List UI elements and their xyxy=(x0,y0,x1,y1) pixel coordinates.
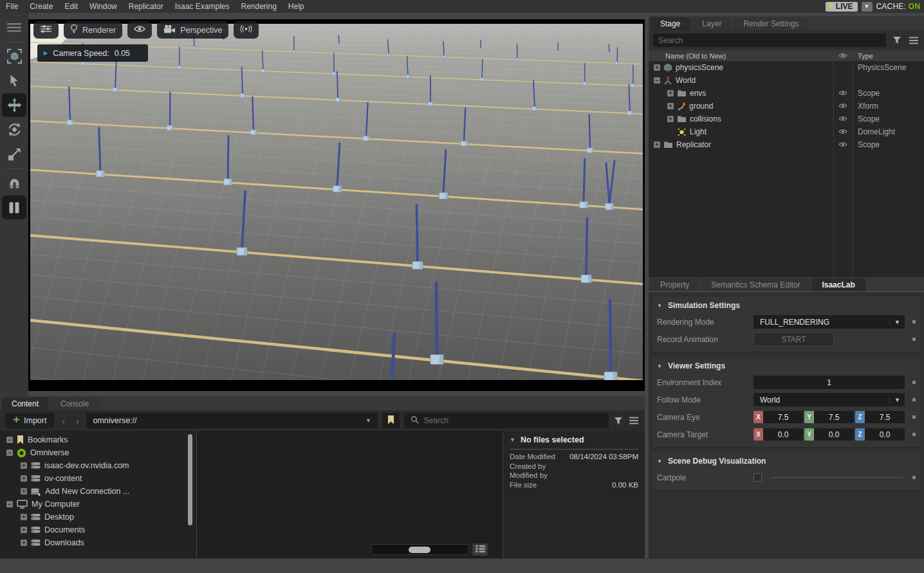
viewport[interactable]: Renderer Perspective ▶ Camera Speed: 0.0… xyxy=(28,19,645,391)
menu-create[interactable]: Create xyxy=(24,0,59,13)
default-value-indicator[interactable] xyxy=(912,433,916,436)
rendering-mode-dropdown[interactable]: FULL_RENDERING ▼ xyxy=(753,315,905,329)
menu-edit[interactable]: Edit xyxy=(59,0,84,13)
tree-item-add-new-connection[interactable]: +Add New Connection ... xyxy=(0,485,196,498)
collapse-icon[interactable]: − xyxy=(6,501,13,507)
camera-target-z-field[interactable]: 0.0 xyxy=(865,428,905,441)
camera-target-y-field[interactable]: 0.0 xyxy=(814,428,854,441)
content-search-input[interactable] xyxy=(424,416,602,425)
default-value-indicator[interactable] xyxy=(912,476,916,479)
visibility-eye-icon[interactable] xyxy=(838,102,847,111)
expand-icon[interactable]: + xyxy=(21,527,27,533)
viewport-settings-button[interactable] xyxy=(33,21,59,39)
tab-isaaclab[interactable]: IsaacLab xyxy=(811,278,865,291)
camera-eye-x-field[interactable]: 7.5 xyxy=(763,411,803,423)
expand-icon[interactable]: + xyxy=(667,90,674,96)
tab-property[interactable]: Property xyxy=(650,278,699,291)
tool-select[interactable] xyxy=(2,69,26,93)
section-header[interactable]: ▼ Scene Debug Visualization xyxy=(657,453,916,469)
expand-icon[interactable]: + xyxy=(21,475,27,482)
tree-item-desktop[interactable]: +Desktop xyxy=(0,511,196,523)
tool-pause[interactable] xyxy=(2,196,26,219)
visibility-button[interactable] xyxy=(127,21,152,39)
stage-row-collisions[interactable]: +collisionsScope xyxy=(649,113,924,125)
file-info-header[interactable]: ▼ No files selected xyxy=(510,435,638,444)
tab-layer[interactable]: Layer xyxy=(692,17,732,30)
camera-eye-z-field[interactable]: 7.5 xyxy=(865,411,905,423)
tab-semantics-schema-editor[interactable]: Semantics Schema Editor xyxy=(701,278,810,291)
stage-row-physicsscene[interactable]: +physicsScenePhysicsScene xyxy=(649,61,924,74)
tab-stage[interactable]: Stage xyxy=(650,17,690,30)
back-button[interactable]: ‹ xyxy=(58,415,68,426)
tool-move[interactable] xyxy=(2,93,26,117)
tab-console[interactable]: Console xyxy=(50,397,99,410)
slider-handle[interactable] xyxy=(409,547,430,553)
visibility-eye-icon[interactable] xyxy=(838,127,847,136)
cartpole-checkbox[interactable] xyxy=(753,473,762,482)
expand-icon[interactable]: + xyxy=(21,514,27,520)
tree-item-isaac-dev.ov.nvidia.com[interactable]: +isaac-dev.ov.nvidia.com xyxy=(0,459,196,472)
scrollbar[interactable] xyxy=(188,434,192,525)
expand-icon[interactable]: + xyxy=(667,103,674,109)
options-menu-icon[interactable] xyxy=(628,415,640,426)
expand-icon[interactable]: + xyxy=(21,488,27,495)
options-menu-icon[interactable] xyxy=(908,35,919,46)
stage-row-envs[interactable]: +envsScope xyxy=(649,87,924,100)
default-value-indicator[interactable] xyxy=(912,381,916,384)
stage-row-world[interactable]: −World xyxy=(649,74,924,87)
expand-icon[interactable]: + xyxy=(21,540,27,546)
tool-frame-selection[interactable] xyxy=(2,44,26,68)
camera-button[interactable]: Perspective xyxy=(157,21,228,39)
filter-icon[interactable] xyxy=(613,415,624,426)
menu-isaac-examples[interactable]: Isaac Examples xyxy=(169,0,236,13)
tool-main-menu[interactable] xyxy=(2,15,26,39)
menu-window[interactable]: Window xyxy=(84,0,123,13)
live-dropdown-button[interactable]: ▼ xyxy=(862,2,873,12)
expand-icon[interactable]: + xyxy=(21,462,27,469)
tool-snap[interactable] xyxy=(2,171,26,195)
section-header[interactable]: ▼ Viewer Settings xyxy=(657,358,916,374)
tree-item-my-computer[interactable]: −My Computer xyxy=(0,498,196,511)
capture-button[interactable] xyxy=(234,21,259,39)
visibility-eye-icon[interactable] xyxy=(838,114,847,123)
default-value-indicator[interactable] xyxy=(912,415,916,419)
section-header[interactable]: ▼ Simulation Settings xyxy=(657,298,916,313)
tool-rotate[interactable] xyxy=(2,118,26,141)
renderer-button[interactable]: Renderer xyxy=(64,21,122,39)
expand-icon[interactable]: + xyxy=(654,64,660,71)
stage-search-input[interactable] xyxy=(653,33,886,47)
tab-render-settings[interactable]: Render Settings xyxy=(733,17,809,30)
expand-icon[interactable]: + xyxy=(667,116,674,122)
camera-speed-overlay[interactable]: ▶ Camera Speed: 0.05 xyxy=(37,44,148,62)
menu-help[interactable]: Help xyxy=(282,0,310,13)
tree-item-downloads[interactable]: +Downloads xyxy=(0,536,196,549)
menu-file[interactable]: File xyxy=(0,0,24,13)
filter-icon[interactable] xyxy=(891,35,903,46)
tool-scale[interactable] xyxy=(2,142,26,166)
forward-button[interactable]: › xyxy=(72,415,82,426)
tree-item-bookmarks[interactable]: −Bookmarks xyxy=(0,433,196,446)
viewport-3d-scene[interactable] xyxy=(30,19,643,391)
tab-content[interactable]: Content xyxy=(1,397,49,410)
collapse-icon[interactable]: − xyxy=(6,450,13,456)
follow-mode-dropdown[interactable]: World ▼ xyxy=(753,393,905,406)
default-value-indicator[interactable] xyxy=(912,338,916,341)
bookmark-button[interactable] xyxy=(382,413,400,428)
collapse-icon[interactable]: − xyxy=(6,437,13,443)
tree-item-ov-content[interactable]: +ov-content xyxy=(0,472,196,485)
visibility-eye-icon[interactable] xyxy=(838,140,847,149)
camera-eye-y-field[interactable]: 7.5 xyxy=(814,411,854,423)
camera-target-x-field[interactable]: 0.0 xyxy=(763,428,803,441)
stage-row-ground[interactable]: +groundXform xyxy=(649,100,924,113)
default-value-indicator[interactable] xyxy=(912,398,916,401)
files-grid[interactable] xyxy=(197,431,503,558)
visibility-eye-icon[interactable] xyxy=(838,89,847,98)
stage-row-replicator[interactable]: +ReplicatorScope xyxy=(649,138,924,151)
collapse-icon[interactable]: − xyxy=(654,77,660,84)
record-animation-start-button[interactable]: START xyxy=(753,332,834,346)
environment-index-input[interactable]: 1 xyxy=(753,376,905,389)
stage-columns-header[interactable]: Name (Old to New) Type xyxy=(649,50,924,61)
path-bar[interactable]: omniverse:// ▼ xyxy=(86,413,377,428)
menu-rendering[interactable]: Rendering xyxy=(235,0,282,13)
tree-item-documents[interactable]: +Documents xyxy=(0,523,196,536)
